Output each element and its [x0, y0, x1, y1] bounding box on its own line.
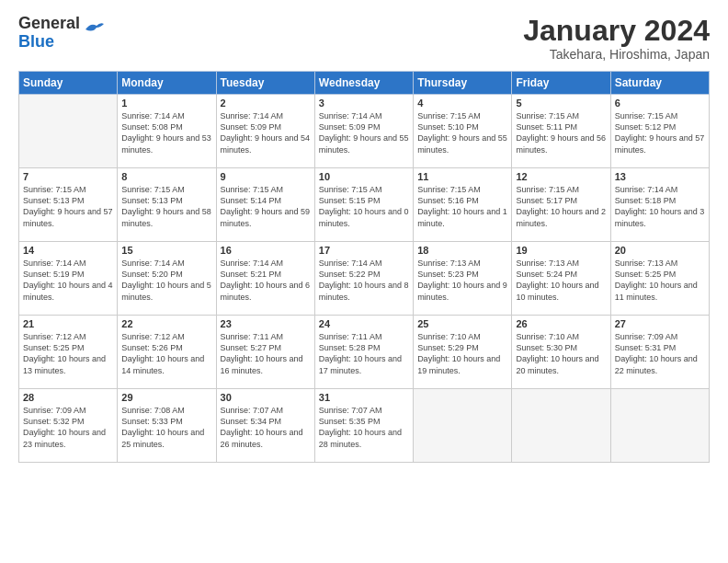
day-info: Sunrise: 7:14 AMSunset: 5:09 PMDaylight:…	[221, 110, 311, 155]
logo-blue: Blue	[18, 32, 54, 51]
calendar-cell: 31Sunrise: 7:07 AMSunset: 5:35 PMDayligh…	[314, 389, 413, 463]
day-info: Sunrise: 7:14 AMSunset: 5:09 PMDaylight:…	[319, 110, 409, 155]
day-number: 9	[221, 171, 311, 182]
calendar-cell	[610, 389, 709, 463]
logo-bird-icon	[84, 20, 104, 37]
calendar-cell: 27Sunrise: 7:09 AMSunset: 5:31 PMDayligh…	[610, 316, 709, 389]
day-info: Sunrise: 7:07 AMSunset: 5:34 PMDaylight:…	[221, 405, 311, 450]
logo-general: General	[18, 14, 80, 32]
calendar-cell: 29Sunrise: 7:08 AMSunset: 5:33 PMDayligh…	[118, 389, 216, 463]
calendar-week-row: 14Sunrise: 7:14 AMSunset: 5:19 PMDayligh…	[19, 242, 710, 316]
calendar-table: SundayMondayTuesdayWednesdayThursdayFrid…	[18, 71, 710, 463]
day-number: 20	[615, 245, 705, 256]
day-number: 5	[516, 98, 606, 109]
calendar-cell: 12Sunrise: 7:15 AMSunset: 5:17 PMDayligh…	[512, 168, 610, 242]
day-info: Sunrise: 7:15 AMSunset: 5:13 PMDaylight:…	[121, 184, 211, 229]
calendar-week-row: 28Sunrise: 7:09 AMSunset: 5:32 PMDayligh…	[19, 389, 710, 463]
calendar-cell: 21Sunrise: 7:12 AMSunset: 5:25 PMDayligh…	[19, 316, 118, 389]
day-info: Sunrise: 7:14 AMSunset: 5:08 PMDaylight:…	[121, 110, 211, 155]
calendar-cell: 5Sunrise: 7:15 AMSunset: 5:11 PMDaylight…	[512, 95, 610, 168]
day-number: 12	[516, 171, 606, 182]
calendar-cell: 7Sunrise: 7:15 AMSunset: 5:13 PMDaylight…	[19, 168, 118, 242]
weekday-header-sunday: Sunday	[19, 72, 118, 95]
calendar-cell: 15Sunrise: 7:14 AMSunset: 5:20 PMDayligh…	[118, 242, 216, 316]
day-info: Sunrise: 7:15 AMSunset: 5:11 PMDaylight:…	[516, 110, 606, 155]
calendar-week-row: 21Sunrise: 7:12 AMSunset: 5:25 PMDayligh…	[19, 316, 710, 389]
day-info: Sunrise: 7:11 AMSunset: 5:27 PMDaylight:…	[221, 331, 311, 376]
day-info: Sunrise: 7:15 AMSunset: 5:15 PMDaylight:…	[319, 184, 409, 229]
day-info: Sunrise: 7:08 AMSunset: 5:33 PMDaylight:…	[121, 405, 211, 450]
day-info: Sunrise: 7:07 AMSunset: 5:35 PMDaylight:…	[319, 405, 409, 450]
day-info: Sunrise: 7:15 AMSunset: 5:10 PMDaylight:…	[417, 110, 507, 155]
weekday-header-thursday: Thursday	[414, 72, 512, 95]
calendar-cell: 4Sunrise: 7:15 AMSunset: 5:10 PMDaylight…	[414, 95, 512, 168]
day-number: 2	[221, 98, 311, 109]
day-number: 30	[221, 392, 311, 403]
day-number: 27	[615, 318, 705, 329]
day-info: Sunrise: 7:15 AMSunset: 5:14 PMDaylight:…	[221, 184, 311, 229]
day-info: Sunrise: 7:13 AMSunset: 5:24 PMDaylight:…	[516, 258, 606, 303]
day-number: 4	[417, 98, 507, 109]
page: General Blue January 2024 Takehara, Hiro…	[0, 0, 728, 563]
day-info: Sunrise: 7:14 AMSunset: 5:19 PMDaylight:…	[23, 258, 113, 303]
day-number: 22	[121, 318, 211, 329]
day-info: Sunrise: 7:14 AMSunset: 5:18 PMDaylight:…	[615, 184, 705, 229]
day-number: 31	[319, 392, 409, 403]
day-info: Sunrise: 7:14 AMSunset: 5:20 PMDaylight:…	[121, 258, 211, 303]
day-number: 6	[615, 98, 705, 109]
day-info: Sunrise: 7:12 AMSunset: 5:25 PMDaylight:…	[23, 331, 113, 376]
calendar-cell: 30Sunrise: 7:07 AMSunset: 5:34 PMDayligh…	[216, 389, 314, 463]
day-info: Sunrise: 7:10 AMSunset: 5:30 PMDaylight:…	[516, 331, 606, 376]
day-number: 16	[221, 245, 311, 256]
weekday-header-row: SundayMondayTuesdayWednesdayThursdayFrid…	[19, 72, 710, 95]
calendar-cell	[414, 389, 512, 463]
weekday-header-monday: Monday	[118, 72, 216, 95]
calendar-cell: 11Sunrise: 7:15 AMSunset: 5:16 PMDayligh…	[414, 168, 512, 242]
calendar-cell: 10Sunrise: 7:15 AMSunset: 5:15 PMDayligh…	[314, 168, 413, 242]
day-info: Sunrise: 7:11 AMSunset: 5:28 PMDaylight:…	[319, 331, 409, 376]
day-info: Sunrise: 7:15 AMSunset: 5:12 PMDaylight:…	[615, 110, 705, 155]
day-number: 23	[221, 318, 311, 329]
day-number: 1	[121, 98, 211, 109]
title-area: January 2024 Takehara, Hiroshima, Japan	[523, 15, 710, 62]
day-number: 11	[417, 171, 507, 182]
calendar-cell: 13Sunrise: 7:14 AMSunset: 5:18 PMDayligh…	[610, 168, 709, 242]
calendar-cell: 24Sunrise: 7:11 AMSunset: 5:28 PMDayligh…	[314, 316, 413, 389]
calendar-cell: 25Sunrise: 7:10 AMSunset: 5:29 PMDayligh…	[414, 316, 512, 389]
calendar-cell: 26Sunrise: 7:10 AMSunset: 5:30 PMDayligh…	[512, 316, 610, 389]
weekday-header-tuesday: Tuesday	[216, 72, 314, 95]
day-number: 3	[319, 98, 409, 109]
day-number: 21	[23, 318, 113, 329]
location: Takehara, Hiroshima, Japan	[523, 47, 710, 62]
logo: General Blue	[18, 15, 104, 52]
calendar-cell: 8Sunrise: 7:15 AMSunset: 5:13 PMDaylight…	[118, 168, 216, 242]
calendar-cell: 3Sunrise: 7:14 AMSunset: 5:09 PMDaylight…	[314, 95, 413, 168]
weekday-header-friday: Friday	[512, 72, 610, 95]
day-info: Sunrise: 7:09 AMSunset: 5:31 PMDaylight:…	[615, 331, 705, 376]
day-info: Sunrise: 7:15 AMSunset: 5:17 PMDaylight:…	[516, 184, 606, 229]
calendar-cell: 28Sunrise: 7:09 AMSunset: 5:32 PMDayligh…	[19, 389, 118, 463]
day-number: 24	[319, 318, 409, 329]
calendar-cell: 14Sunrise: 7:14 AMSunset: 5:19 PMDayligh…	[19, 242, 118, 316]
day-number: 13	[615, 171, 705, 182]
day-number: 28	[23, 392, 113, 403]
calendar-cell: 20Sunrise: 7:13 AMSunset: 5:25 PMDayligh…	[610, 242, 709, 316]
calendar-cell: 1Sunrise: 7:14 AMSunset: 5:08 PMDaylight…	[118, 95, 216, 168]
day-number: 17	[319, 245, 409, 256]
day-number: 25	[417, 318, 507, 329]
day-info: Sunrise: 7:15 AMSunset: 5:13 PMDaylight:…	[23, 184, 113, 229]
day-info: Sunrise: 7:13 AMSunset: 5:25 PMDaylight:…	[615, 258, 705, 303]
day-info: Sunrise: 7:12 AMSunset: 5:26 PMDaylight:…	[121, 331, 211, 376]
calendar-cell: 19Sunrise: 7:13 AMSunset: 5:24 PMDayligh…	[512, 242, 610, 316]
calendar-cell	[512, 389, 610, 463]
calendar-cell: 22Sunrise: 7:12 AMSunset: 5:26 PMDayligh…	[118, 316, 216, 389]
calendar-cell: 16Sunrise: 7:14 AMSunset: 5:21 PMDayligh…	[216, 242, 314, 316]
day-number: 14	[23, 245, 113, 256]
day-info: Sunrise: 7:14 AMSunset: 5:21 PMDaylight:…	[221, 258, 311, 303]
calendar-week-row: 1Sunrise: 7:14 AMSunset: 5:08 PMDaylight…	[19, 95, 710, 168]
logo-text: General Blue	[18, 15, 80, 52]
day-number: 7	[23, 171, 113, 182]
day-number: 19	[516, 245, 606, 256]
day-info: Sunrise: 7:10 AMSunset: 5:29 PMDaylight:…	[417, 331, 507, 376]
calendar-cell	[19, 95, 118, 168]
